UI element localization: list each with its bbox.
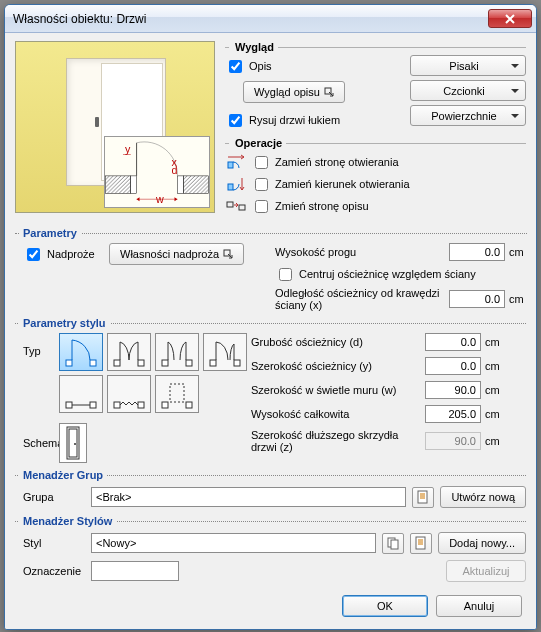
svg-rect-2 [105, 176, 130, 194]
szerokosc-y-label: Szerokość ościeżnicy (y) [251, 360, 425, 372]
section-grup-legend: Menadżer Grup [19, 469, 107, 481]
section-wyglad-legend: Wygląd [229, 41, 278, 53]
zamien-kierunek-checkbox[interactable] [255, 178, 268, 191]
svg-rect-33 [162, 402, 168, 408]
svg-rect-4 [131, 176, 137, 194]
type-option-2[interactable] [107, 333, 151, 371]
styl-browse-button[interactable] [410, 533, 432, 554]
grupa-browse-button[interactable] [412, 487, 434, 508]
close-button[interactable] [488, 9, 532, 28]
wysokosc-progu-label: Wysokość progu [275, 246, 449, 258]
svg-rect-3 [183, 176, 208, 194]
copy-icon [386, 536, 400, 550]
svg-text:d: d [172, 164, 178, 176]
section-operacje: Operacje Zamień stronę otwierania Zamień… [225, 137, 526, 217]
szerokosc-w-input[interactable] [425, 381, 481, 399]
client-area: y x d w Wygląd [5, 33, 536, 629]
svg-rect-31 [114, 402, 120, 408]
section-menadzer-stylow: Menadżer Stylów Styl Dodaj nowy... Oznac… [15, 515, 526, 583]
zamien-strone-label: Zamień stronę otwierania [275, 156, 399, 168]
nadproze-checkbox[interactable] [27, 248, 40, 261]
grubosc-d-input[interactable] [425, 333, 481, 351]
grubosc-d-label: Grubość ościeżnicy (d) [251, 336, 425, 348]
type-option-4[interactable] [203, 333, 247, 371]
schemat-option[interactable] [59, 423, 87, 463]
zamien-kierunek-label: Zamień kierunek otwierania [275, 178, 410, 190]
type-option-6[interactable] [107, 375, 151, 413]
svg-rect-34 [186, 402, 192, 408]
type-option-7[interactable] [155, 375, 199, 413]
section-parametry-stylu: Parametry stylu Typ Schemat [15, 317, 526, 463]
svg-rect-32 [138, 402, 144, 408]
window-title: Własności obiektu: Drzwi [13, 12, 488, 26]
zmien-strone-opisu-checkbox[interactable] [255, 200, 268, 213]
ok-button[interactable]: OK [342, 595, 428, 617]
type-option-1[interactable] [59, 333, 103, 371]
odleglosc-input[interactable] [449, 290, 505, 308]
section-operacje-legend: Operacje [229, 137, 286, 149]
svg-rect-26 [210, 360, 216, 366]
rysuj-lukiem-checkbox[interactable] [229, 114, 242, 127]
flip-side-icon [225, 153, 247, 171]
type-option-5[interactable] [59, 375, 103, 413]
centruj-checkbox[interactable] [279, 268, 292, 281]
svg-rect-20 [90, 360, 96, 366]
unit-cm: cm [481, 408, 503, 420]
styl-copy-button[interactable] [382, 533, 404, 554]
dodaj-nowy-button[interactable]: Dodaj nowy... [438, 532, 526, 554]
zamien-strone-checkbox[interactable] [255, 156, 268, 169]
svg-rect-22 [114, 360, 120, 366]
section-menadzer-grup: Menadżer Grup Grupa Utwórz nową [15, 469, 526, 509]
section-parametry-legend: Parametry [19, 227, 81, 239]
pisaki-dropdown[interactable]: Pisaki [410, 55, 526, 76]
rysuj-lukiem-label: Rysuj drzwi łukiem [249, 114, 340, 126]
wysokosc-calk-input[interactable] [425, 405, 481, 423]
section-parametry-stylu-legend: Parametry stylu [19, 317, 110, 329]
nadproze-label: Nadproże [47, 248, 105, 260]
oznaczenie-input[interactable] [91, 561, 179, 581]
door-diagram: y x d w [104, 136, 210, 208]
czcionki-dropdown[interactable]: Czcionki [410, 80, 526, 101]
opis-checkbox[interactable] [229, 60, 242, 73]
grupa-input[interactable] [91, 487, 406, 507]
titlebar: Własności obiektu: Drzwi [5, 5, 536, 33]
unit-cm: cm [481, 435, 503, 447]
oznaczenie-label: Oznaczenie [15, 565, 85, 577]
utworz-nowa-button[interactable]: Utwórz nową [440, 486, 526, 508]
wysokosc-progu-input[interactable] [449, 243, 505, 261]
svg-rect-14 [228, 162, 233, 168]
type-option-3[interactable] [155, 333, 199, 371]
unit-cm: cm [481, 336, 503, 348]
export-icon [223, 249, 233, 259]
grupa-label: Grupa [15, 491, 85, 503]
powierzchnie-dropdown[interactable]: Powierzchnie [410, 105, 526, 126]
close-icon [505, 14, 515, 24]
styl-label: Styl [15, 537, 85, 549]
svg-rect-29 [90, 402, 96, 408]
section-parametry: Parametry Nadproże Własności nadproża Wy… [15, 227, 527, 311]
dialog-window: Własności obiektu: Drzwi [4, 4, 537, 630]
flip-desc-icon [225, 197, 247, 215]
svg-rect-28 [66, 402, 72, 408]
document-icon [416, 490, 430, 504]
svg-rect-42 [416, 537, 425, 549]
aktualizuj-button: Aktualizuj [446, 560, 526, 582]
door-preview: y x d w [15, 41, 215, 213]
svg-rect-24 [162, 360, 168, 366]
styl-input[interactable] [91, 533, 376, 553]
svg-rect-19 [66, 360, 72, 366]
unit-cm: cm [481, 384, 503, 396]
svg-rect-27 [234, 360, 240, 366]
svg-rect-23 [138, 360, 144, 366]
szerokosc-y-input[interactable] [425, 357, 481, 375]
svg-rect-41 [391, 540, 398, 549]
wlasnosci-nadproza-button[interactable]: Własności nadproża [109, 243, 244, 265]
wyglad-opisu-button[interactable]: Wygląd opisu [243, 81, 345, 103]
svg-rect-39 [418, 491, 427, 503]
anuluj-button[interactable]: Anuluj [436, 595, 522, 617]
unit-cm: cm [481, 360, 503, 372]
opis-label: Opis [249, 60, 272, 72]
zmien-strone-opisu-label: Zmień stronę opisu [275, 200, 369, 212]
svg-rect-16 [227, 202, 233, 207]
svg-rect-25 [186, 360, 192, 366]
